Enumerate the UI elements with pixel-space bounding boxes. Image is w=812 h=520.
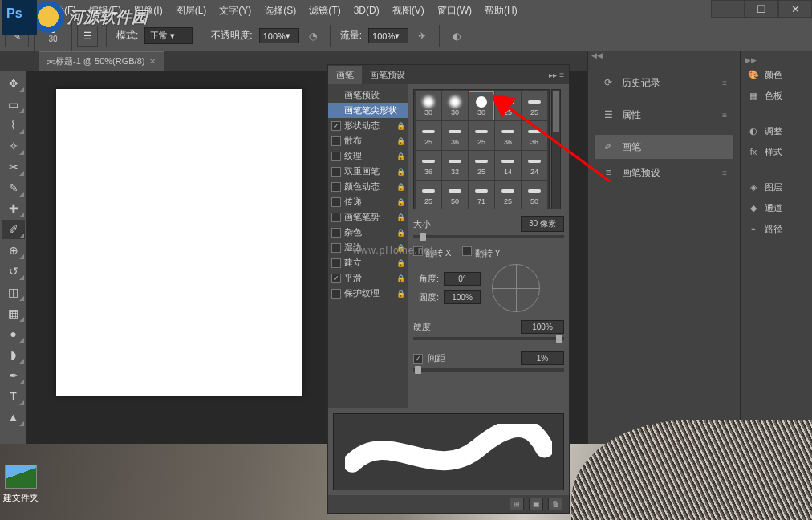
toggle-brush-panel-icon[interactable]: ☰ [77, 26, 98, 47]
flyout-menu-icon[interactable]: ≡ [722, 169, 727, 177]
stamp-tool[interactable]: ⊕ [2, 241, 25, 260]
tab-brush-presets[interactable]: 画笔预设 [362, 66, 413, 84]
checkbox[interactable] [331, 213, 341, 222]
tab-brush[interactable]: 画笔 [328, 66, 362, 84]
panel-adjustments[interactable]: ◐调整 [742, 120, 810, 141]
menu-filter[interactable]: 滤镜(T) [302, 4, 347, 18]
brush-tip-cell[interactable]: 25 [522, 91, 547, 120]
menu-3d[interactable]: 3D(D) [347, 5, 386, 16]
brush-tool[interactable]: ✐ [2, 220, 25, 239]
path-select-tool[interactable]: ▲ [2, 408, 25, 427]
collapse-right-icon[interactable]: ▶▶ [742, 56, 810, 64]
window-maximize[interactable]: ☐ [745, 0, 778, 18]
menu-edit[interactable]: 编辑(E) [83, 4, 128, 18]
document-canvas[interactable] [56, 89, 302, 396]
brush-tip-cell[interactable]: 32 [442, 151, 468, 180]
pressure-size-icon[interactable]: ◐ [448, 28, 465, 44]
brush-option-item[interactable]: 颜色动态🔒 [328, 179, 408, 194]
eraser-tool[interactable]: ◫ [2, 282, 25, 302]
brush-tip-cell[interactable]: 25 [495, 91, 521, 120]
new-brush-icon[interactable]: ▣ [529, 498, 543, 510]
toggle-preview-icon[interactable]: ⊞ [510, 498, 524, 510]
brush-option-item[interactable]: 画笔预设 [328, 87, 408, 103]
brush-tip-cell[interactable]: 36 [522, 121, 547, 150]
brush-tip-cell[interactable]: 24 [522, 151, 547, 180]
crop-tool[interactable]: ✂ [2, 157, 25, 177]
move-tool[interactable]: ✥ [2, 74, 25, 93]
window-close[interactable]: ✕ [778, 0, 812, 18]
brush-option-item[interactable]: 平滑🔒 [328, 270, 408, 286]
spacing-checkbox[interactable]: ✓ [413, 354, 423, 364]
brush-tip-cell[interactable]: 36 [495, 121, 521, 150]
panel-paths[interactable]: ⌁路径 [742, 218, 810, 239]
brush-tip-cell[interactable]: 36 [442, 121, 468, 150]
brush-tip-cell[interactable]: 50 [442, 181, 468, 209]
panel-color[interactable]: 🎨颜色 [742, 64, 810, 85]
brush-option-item[interactable]: 双重画笔🔒 [328, 164, 408, 179]
checkbox[interactable] [331, 289, 341, 299]
flyout-menu-icon[interactable]: ≡ [722, 79, 727, 87]
brush-grid-scrollbar[interactable] [551, 89, 561, 209]
flyout-menu-icon[interactable]: ≡ [722, 111, 727, 120]
menu-layer[interactable]: 图层(L) [169, 4, 213, 18]
trash-icon[interactable]: 🗑 [548, 498, 562, 510]
panel-layers[interactable]: ◈图层 [742, 177, 810, 197]
healing-tool[interactable]: ✚ [2, 199, 25, 218]
collapse-left-icon[interactable]: ◀◀ [591, 51, 603, 59]
brush-tip-cell[interactable]: 30 [442, 91, 468, 120]
desktop-folder[interactable]: 建文件夹 [3, 465, 39, 504]
checkbox[interactable] [331, 197, 341, 207]
checkbox[interactable] [331, 167, 341, 177]
roundness-input[interactable]: 100% [444, 290, 481, 304]
menu-type[interactable]: 文字(Y) [213, 4, 258, 18]
brush-option-item[interactable]: 画笔笔尖形状 [328, 103, 408, 118]
brush-tip-cell[interactable]: 25 [495, 181, 521, 209]
size-slider[interactable] [413, 235, 564, 238]
brush-option-item[interactable]: 散布🔒 [328, 133, 408, 148]
magic-wand-tool[interactable]: ✧ [2, 136, 25, 156]
menu-view[interactable]: 视图(V) [386, 4, 431, 18]
spacing-slider[interactable] [413, 368, 564, 372]
mode-select[interactable]: 正常 ▾ [144, 27, 193, 44]
panel-swatches[interactable]: ▦色板 [742, 85, 810, 106]
brush-option-item[interactable]: 建立🔒 [328, 255, 408, 270]
flip-x-checkbox[interactable]: 翻转 X [413, 246, 451, 259]
brush-option-item[interactable]: 形状动态🔒 [328, 118, 408, 133]
checkbox[interactable] [331, 152, 341, 161]
history-brush-tool[interactable]: ↺ [2, 262, 25, 281]
brush-option-item[interactable]: 湿边🔒 [328, 240, 408, 255]
window-minimize[interactable]: — [711, 0, 745, 18]
brush-tip-cell[interactable]: 25 [469, 121, 494, 150]
panel-channels[interactable]: ◆通道 [742, 197, 810, 218]
dodge-tool[interactable]: ◗ [2, 345, 25, 364]
opacity-input[interactable]: 100% ▾ [259, 28, 299, 43]
brush-option-item[interactable]: 传递🔒 [328, 194, 408, 209]
brush-tip-cell[interactable]: 25 [469, 151, 494, 180]
flow-input[interactable]: 100% ▾ [368, 28, 408, 43]
checkbox[interactable] [331, 258, 341, 268]
spacing-input[interactable]: 1% [521, 351, 564, 365]
panel-collapse-icon[interactable]: ▸▸ ≡ [544, 71, 569, 79]
brush-tip-cell[interactable]: 30 [469, 91, 494, 120]
menu-file[interactable]: 文件(F) [39, 4, 83, 18]
pen-tool[interactable]: ✒ [2, 366, 25, 385]
eyedropper-tool[interactable]: ✎ [2, 178, 25, 197]
checkbox[interactable] [331, 274, 341, 283]
hardness-input[interactable]: 100% [521, 320, 564, 334]
brush-option-item[interactable]: 画笔笔势🔒 [328, 209, 408, 225]
panel-styles[interactable]: fx样式 [742, 141, 810, 162]
size-input[interactable]: 30 像素 [521, 216, 564, 232]
checkbox[interactable] [331, 243, 341, 253]
airbrush-icon[interactable]: ✈ [413, 28, 431, 44]
type-tool[interactable]: T [2, 387, 25, 406]
panel-properties[interactable]: ☰ 属性 ≡ [595, 103, 733, 127]
lasso-tool[interactable]: ⌇ [2, 116, 25, 135]
brush-tip-cell[interactable]: 71 [469, 181, 494, 209]
close-icon[interactable]: ✕ [149, 57, 156, 66]
panel-history[interactable]: ⟳ 历史记录 ≡ [595, 71, 733, 95]
brush-tip-cell[interactable]: 14 [495, 151, 521, 180]
panel-brush[interactable]: ✐ 画笔 [595, 135, 733, 159]
menu-select[interactable]: 选择(S) [258, 4, 302, 18]
panel-brush-presets[interactable]: ≡ 画笔预设 ≡ [595, 160, 733, 185]
brush-option-item[interactable]: 杂色🔒 [328, 225, 408, 240]
